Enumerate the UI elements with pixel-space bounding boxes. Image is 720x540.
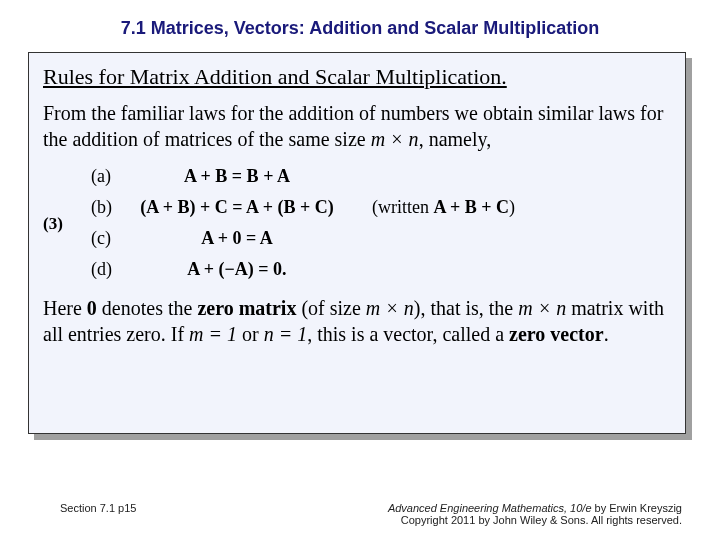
law-b-note-suffix: ) bbox=[509, 197, 515, 217]
law-row-a: (a) A + B = B + A bbox=[83, 162, 523, 191]
footer-left: Section 7.1 p15 bbox=[60, 502, 136, 526]
laws-table: (a) A + B = B + A (b) (A + B) + C = A + … bbox=[81, 160, 525, 286]
law-b-label: (b) bbox=[83, 193, 120, 222]
law-b-equation: (A + B) + C = A + (B + C) bbox=[122, 193, 352, 222]
closing-paragraph: Here 0 denotes the zero matrix (of size … bbox=[43, 296, 671, 347]
closing-p1: Here bbox=[43, 297, 87, 319]
content-box: Rules for Matrix Addition and Scalar Mul… bbox=[28, 52, 686, 434]
closing-p4: ), that is, the bbox=[414, 297, 518, 319]
closing-m1: m = 1 bbox=[189, 323, 237, 345]
closing-p6: or bbox=[237, 323, 264, 345]
footer-copyright: Copyright 2011 by John Wiley & Sons. All… bbox=[388, 514, 682, 526]
law-d-equation: A + (−A) = 0. bbox=[122, 255, 352, 284]
closing-p8: . bbox=[604, 323, 609, 345]
footer-right: Advanced Engineering Mathematics, 10/e b… bbox=[388, 502, 682, 526]
closing-n1: n = 1 bbox=[264, 323, 308, 345]
law-b-note-eq: A + B + C bbox=[433, 197, 509, 217]
law-row-d: (d) A + (−A) = 0. bbox=[83, 255, 523, 284]
equation-number: (3) bbox=[43, 213, 81, 235]
law-row-b: (b) (A + B) + C = A + (B + C) (written A… bbox=[83, 193, 523, 222]
closing-p2: denotes the bbox=[97, 297, 198, 319]
slide-title: 7.1 Matrices, Vectors: Addition and Scal… bbox=[0, 0, 720, 49]
law-c-label: (c) bbox=[83, 224, 120, 253]
closing-p7: , this is a vector, called a bbox=[307, 323, 509, 345]
intro-text: From the familiar laws for the addition … bbox=[43, 102, 663, 150]
footer-book-title: Advanced Engineering Mathematics, 10/e bbox=[388, 502, 592, 514]
law-a-equation: A + B = B + A bbox=[122, 162, 352, 191]
footer-book-line: Advanced Engineering Mathematics, 10/e b… bbox=[388, 502, 682, 514]
law-b-note: (written A + B + C) bbox=[354, 193, 523, 222]
law-d-label: (d) bbox=[83, 255, 120, 284]
closing-dims2: m × n bbox=[518, 297, 566, 319]
closing-zero: 0 bbox=[87, 297, 97, 319]
closing-dims: m × n bbox=[366, 297, 414, 319]
closing-zv: zero vector bbox=[509, 323, 604, 345]
footer-author: by Erwin Kreyszig bbox=[592, 502, 682, 514]
law-row-c: (c) A + 0 = A bbox=[83, 224, 523, 253]
footer: Section 7.1 p15 Advanced Engineering Mat… bbox=[0, 502, 720, 526]
closing-p3: (of size bbox=[296, 297, 365, 319]
closing-zm: zero matrix bbox=[197, 297, 296, 319]
law-b-note-prefix: (written bbox=[372, 197, 433, 217]
intro-dims: m × n bbox=[371, 128, 419, 150]
intro-paragraph: From the familiar laws for the addition … bbox=[43, 101, 671, 152]
intro-suffix: , namely, bbox=[419, 128, 492, 150]
law-a-label: (a) bbox=[83, 162, 120, 191]
law-c-equation: A + 0 = A bbox=[122, 224, 352, 253]
laws-block: (3) (a) A + B = B + A (b) (A + B) + C = … bbox=[43, 160, 671, 286]
box-heading: Rules for Matrix Addition and Scalar Mul… bbox=[43, 63, 671, 91]
